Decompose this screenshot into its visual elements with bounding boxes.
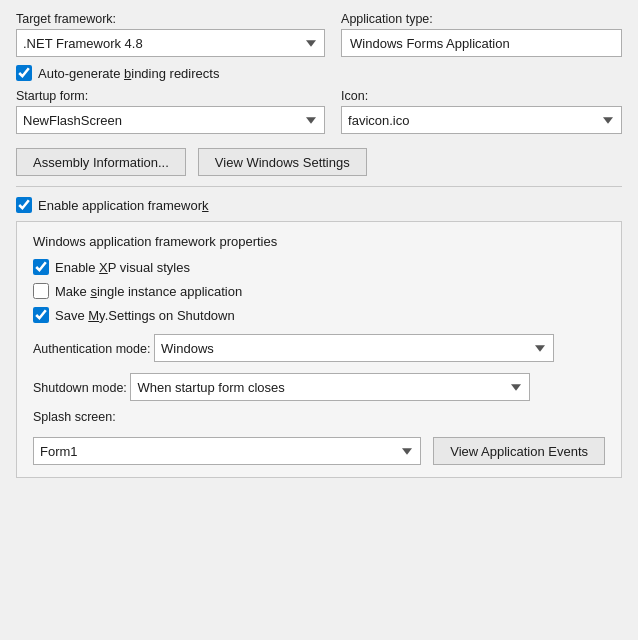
framework-section-title: Windows application framework properties: [33, 234, 605, 249]
application-type-label: Application type:: [341, 12, 622, 26]
my-underline: M: [88, 308, 99, 323]
binding-underline: b: [124, 66, 131, 81]
enable-framework-checkbox[interactable]: [16, 197, 32, 213]
single-instance-row: Make single instance application: [33, 283, 605, 299]
auth-mode-select[interactable]: Windows: [154, 334, 554, 362]
startup-form-select[interactable]: NewFlashScreen: [16, 106, 325, 134]
enable-xp-checkbox[interactable]: [33, 259, 49, 275]
shutdown-mode-select[interactable]: When startup form closes: [130, 373, 530, 401]
save-settings-label: Save My.Settings on Shutdown: [55, 308, 235, 323]
startup-form-label: Startup form:: [16, 89, 325, 103]
shutdown-mode-label: Shutdown mode:: [33, 381, 127, 395]
enable-framework-label: Enable application framework: [38, 198, 209, 213]
auto-generate-label: Auto-generate binding redirects: [38, 66, 219, 81]
enable-framework-row: Enable application framework: [16, 197, 622, 213]
assembly-information-button[interactable]: Assembly Information...: [16, 148, 186, 176]
single-instance-checkbox[interactable]: [33, 283, 49, 299]
xp-underline: X: [99, 260, 108, 275]
shutdown-mode-section: Shutdown mode: When startup form closes: [33, 370, 605, 401]
framework-underline: k: [202, 198, 209, 213]
single-instance-label: Make single instance application: [55, 284, 242, 299]
splash-screen-label: Splash screen:: [33, 410, 116, 424]
icon-select[interactable]: favicon.ico: [341, 106, 622, 134]
target-framework-label: Target framework:: [16, 12, 325, 26]
save-settings-row: Save My.Settings on Shutdown: [33, 307, 605, 323]
splash-screen-select[interactable]: Form1: [33, 437, 421, 465]
framework-section: Windows application framework properties…: [16, 221, 622, 478]
auto-generate-checkbox[interactable]: [16, 65, 32, 81]
icon-label: Icon:: [341, 89, 622, 103]
splash-screen-section: Splash screen: Form1 View Application Ev…: [33, 409, 605, 465]
target-framework-select[interactable]: .NET Framework 4.8: [16, 29, 325, 57]
application-type-value: Windows Forms Application: [341, 29, 622, 57]
auth-mode-label: Authentication mode:: [33, 342, 150, 356]
view-application-events-button[interactable]: View Application Events: [433, 437, 605, 465]
view-windows-settings-button[interactable]: View Windows Settings: [198, 148, 367, 176]
auto-generate-row: Auto-generate binding redirects: [16, 65, 622, 81]
enable-xp-label: Enable XP visual styles: [55, 260, 190, 275]
save-settings-checkbox[interactable]: [33, 307, 49, 323]
single-underline: s: [90, 284, 97, 299]
enable-xp-row: Enable XP visual styles: [33, 259, 605, 275]
auth-mode-section: Authentication mode: Windows: [33, 331, 605, 362]
